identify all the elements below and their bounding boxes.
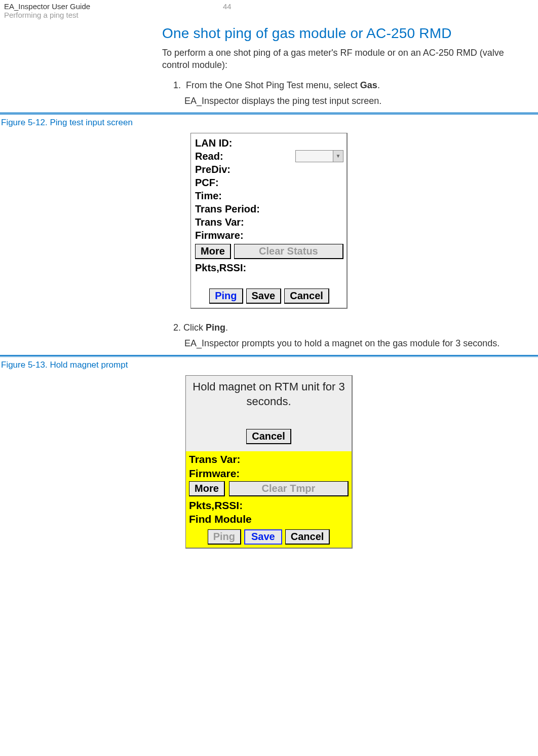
more-button-2[interactable]: More	[189, 481, 225, 496]
firmware-label: Firmware:	[195, 229, 343, 242]
lan-id-label: LAN ID:	[195, 136, 343, 150]
cancel-button[interactable]: Cancel	[284, 289, 329, 304]
step-1-number: 1.	[173, 79, 183, 92]
read-combobox[interactable]: ▼	[295, 150, 343, 162]
pcf-label: PCF:	[195, 176, 343, 189]
more-button[interactable]: More	[195, 244, 231, 259]
find-module-label: Find Module	[189, 512, 349, 526]
section-heading: One shot ping of gas module or AC-250 RM…	[162, 25, 522, 42]
cancel-button-2[interactable]: Cancel	[285, 529, 330, 545]
ping-test-input-screenshot: LAN ID: Read: ▼ PreDiv: PCF: Time: Trans…	[190, 133, 348, 309]
figure-divider	[0, 113, 538, 115]
doc-title: EA_Inspector User Guide	[4, 2, 223, 11]
step-1-text-a: From the One Shot Ping Test menu, select	[186, 80, 360, 90]
read-label: Read:	[195, 150, 295, 163]
clear-tmpr-button[interactable]: Clear Tmpr	[229, 481, 349, 496]
figure-divider-2	[0, 355, 538, 357]
step-2: 2.Click Ping.	[173, 321, 522, 334]
figure-2-caption: Figure 5-13. Hold magnet prompt	[0, 359, 538, 375]
section-intro: To perform a one shot ping of a gas mete…	[162, 47, 522, 71]
dialog-message: Hold magnet on RTM unit for 3 seconds.	[192, 380, 345, 409]
figure-1-caption: Figure 5-12. Ping test input screen	[0, 117, 538, 133]
clear-status-button[interactable]: Clear Status	[234, 244, 343, 259]
step-2-text-a: Click	[183, 322, 206, 333]
save-button[interactable]: Save	[246, 289, 282, 304]
step-1: 1. From the One Shot Ping Test menu, sel…	[173, 79, 522, 92]
trans-period-label: Trans Period:	[195, 202, 343, 215]
trans-var-label-2: Trans Var:	[189, 452, 349, 466]
pkts-rssi-label-2: Pkts,RSSI:	[189, 498, 349, 512]
time-label: Time:	[195, 189, 343, 202]
dialog-cancel-button[interactable]: Cancel	[246, 429, 291, 444]
page-header: EA_Inspector User Guide Performing a pin…	[0, 0, 538, 25]
step-1-sub: EA_Inspector displays the ping test inpu…	[184, 95, 522, 107]
doc-subtitle: Performing a ping test	[4, 11, 223, 19]
step-2-text-c: .	[225, 322, 228, 333]
pkts-rssi-label: Pkts,RSSI:	[195, 261, 343, 274]
step-2-sub: EA_Inspector prompts you to hold a magne…	[184, 337, 522, 350]
trans-var-label: Trans Var:	[195, 215, 343, 229]
hold-magnet-prompt-screenshot: Hold magnet on RTM unit for 3 seconds. C…	[185, 375, 353, 548]
ping-button-2[interactable]: Ping	[208, 529, 241, 545]
save-button-2[interactable]: Save	[244, 529, 282, 545]
firmware-label-2: Firmware:	[189, 466, 349, 480]
prediv-label: PreDiv:	[195, 163, 343, 176]
step-1-keyword: Gas	[360, 80, 377, 90]
chevron-down-icon[interactable]: ▼	[333, 151, 343, 162]
step-2-number: 2.	[173, 321, 183, 334]
step-2-keyword: Ping	[206, 322, 225, 333]
ping-button[interactable]: Ping	[209, 289, 243, 304]
step-1-text-c: .	[377, 80, 380, 90]
page-number: 44	[223, 2, 232, 19]
